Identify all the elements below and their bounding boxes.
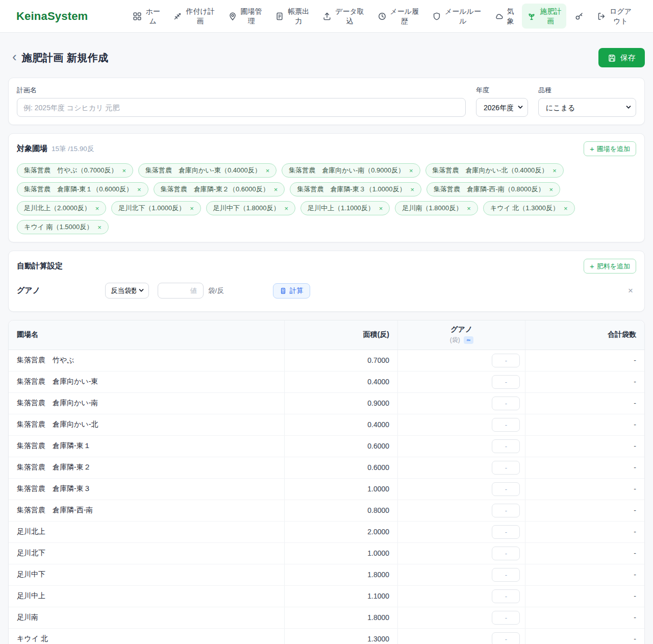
field-chip: 足川北下（1.0000反） × bbox=[111, 201, 200, 215]
nav-item-data-import[interactable]: データ取 込 bbox=[317, 4, 369, 29]
chip-remove-icon[interactable]: × bbox=[122, 167, 126, 175]
nav-item-key[interactable] bbox=[569, 9, 589, 24]
chip-remove-icon[interactable]: × bbox=[549, 186, 553, 193]
guano-bags-input[interactable] bbox=[492, 611, 520, 625]
nav-item-label: 帳票出 力 bbox=[288, 7, 309, 26]
fields-table-card: 圃場名 面積(反) グアノ (袋) ≃ 合計袋数 集落営農 竹やぶ 0.7000 bbox=[8, 320, 645, 644]
chip-remove-icon[interactable]: × bbox=[379, 205, 383, 212]
field-chip: 集落営農 倉庫向かい-北（0.4000反） × bbox=[425, 163, 564, 178]
chip-remove-icon[interactable]: × bbox=[409, 167, 413, 175]
guano-bags-input[interactable] bbox=[492, 504, 520, 517]
chip-remove-icon[interactable]: × bbox=[274, 186, 278, 193]
guano-bags-input[interactable] bbox=[492, 482, 520, 496]
field-name-cell: 集落営農 倉庫隣-東１ bbox=[9, 435, 285, 457]
table-body: 集落営農 竹やぶ 0.7000 - 集落営農 倉庫向かい-東 0.4000 - bbox=[9, 350, 644, 644]
chip-remove-icon[interactable]: × bbox=[552, 167, 557, 175]
chip-remove-icon[interactable]: × bbox=[97, 224, 102, 231]
calculator-icon bbox=[280, 287, 287, 294]
chip-remove-icon[interactable]: × bbox=[137, 186, 141, 193]
guano-bags-input[interactable] bbox=[492, 418, 520, 432]
year-select[interactable]: 2026年度 bbox=[476, 98, 528, 117]
target-fields-card: 対象圃場 15筆 /15.90反 + 圃場を追加 集落営農 竹やぶ（0.7000… bbox=[8, 133, 645, 242]
guano-cell bbox=[398, 500, 525, 521]
field-chip-label: 集落営農 倉庫向かい-北（0.4000反） bbox=[433, 166, 548, 175]
key-icon bbox=[574, 12, 584, 21]
guano-bags-input[interactable] bbox=[492, 439, 520, 453]
guano-bags-input[interactable] bbox=[492, 354, 520, 367]
add-field-button[interactable]: + 圃場を追加 bbox=[584, 141, 636, 156]
table-row: 集落営農 倉庫向かい-北 0.4000 - bbox=[9, 414, 644, 435]
nav-item-planting-plan[interactable]: 作付け計 画 bbox=[168, 4, 219, 29]
save-button-label: 保存 bbox=[620, 53, 636, 63]
guano-bags-input[interactable] bbox=[492, 397, 520, 410]
chip-remove-icon[interactable]: × bbox=[564, 205, 568, 212]
nav-item-mail-history[interactable]: メール履 歴 bbox=[372, 4, 424, 29]
field-name-cell: 集落営農 倉庫向かい-南 bbox=[9, 392, 285, 414]
calculate-button[interactable]: 計算 bbox=[273, 283, 310, 299]
field-chip-label: 足川南（1.8000反） bbox=[402, 204, 462, 213]
calc-mode-select[interactable]: 反当袋数 bbox=[105, 283, 149, 299]
approx-rounding-badge[interactable]: ≃ bbox=[464, 336, 473, 344]
brand-logo[interactable]: KeinaSystem bbox=[16, 10, 88, 23]
chip-remove-icon[interactable]: × bbox=[284, 205, 288, 212]
field-area-cell: 1.8000 bbox=[285, 564, 398, 585]
nav-item-label: メールルー ル bbox=[445, 7, 481, 26]
nav-item-home[interactable]: ホー ム bbox=[128, 4, 165, 29]
field-name-cell: 集落営農 倉庫隣-西-南 bbox=[9, 500, 285, 521]
guano-bags-input[interactable] bbox=[492, 375, 520, 389]
back-chevron-icon[interactable]: ‹ bbox=[8, 50, 22, 65]
row-total-cell: - bbox=[525, 628, 644, 644]
nav-item-fertilization-plan[interactable]: 施肥計 画 bbox=[522, 4, 566, 29]
row-total-cell: - bbox=[525, 521, 644, 542]
field-area-cell: 1.8000 bbox=[285, 607, 398, 628]
nav-item-label: 施肥計 画 bbox=[540, 7, 561, 26]
field-area-cell: 2.0000 bbox=[285, 521, 398, 542]
header-guano-unit: (袋) bbox=[450, 336, 460, 344]
field-name-cell: 集落営農 倉庫向かい-東 bbox=[9, 371, 285, 392]
chip-remove-icon[interactable]: × bbox=[190, 205, 194, 212]
guano-bags-input[interactable] bbox=[492, 547, 520, 560]
field-area-cell: 1.1000 bbox=[285, 585, 398, 607]
variety-select[interactable]: にこまる bbox=[538, 98, 636, 117]
guano-bags-input[interactable] bbox=[492, 568, 520, 582]
nav-item-report-output[interactable]: 帳票出 力 bbox=[270, 4, 314, 29]
field-area-cell: 0.4000 bbox=[285, 414, 398, 435]
row-total-cell: - bbox=[525, 607, 644, 628]
table-row: 集落営農 竹やぶ 0.7000 - bbox=[9, 350, 644, 371]
table-row: 集落営農 倉庫隣-東３ 1.0000 - bbox=[9, 478, 644, 500]
field-chip-label: 集落営農 倉庫隣-東３（1.0000反） bbox=[297, 185, 406, 194]
table-row: 集落営農 倉庫向かい-南 0.9000 - bbox=[9, 392, 644, 414]
chip-remove-icon[interactable]: × bbox=[410, 186, 414, 193]
table-row: キウイ 北 1.3000 - bbox=[9, 628, 644, 644]
guano-bags-input[interactable] bbox=[492, 589, 520, 603]
chip-remove-icon[interactable]: × bbox=[467, 205, 471, 212]
chip-remove-icon[interactable]: × bbox=[95, 205, 99, 212]
field-chip: 集落営農 倉庫隣-東２（0.6000反） × bbox=[154, 182, 285, 196]
plan-name-input[interactable] bbox=[17, 98, 466, 117]
remove-fertilizer-icon[interactable]: × bbox=[625, 286, 636, 296]
guano-cell bbox=[398, 392, 525, 414]
field-chip-label: 集落営農 竹やぶ（0.7000反） bbox=[24, 166, 117, 175]
guano-cell bbox=[398, 457, 525, 478]
nav-item-weather[interactable]: 気 象 bbox=[489, 4, 519, 29]
field-chip-label: 集落営農 倉庫隣-東２（0.6000反） bbox=[161, 185, 269, 194]
add-fertilizer-button[interactable]: + 肥料を追加 bbox=[584, 259, 636, 274]
fields-table: 圃場名 面積(反) グアノ (袋) ≃ 合計袋数 集落営農 竹やぶ 0.7000 bbox=[9, 320, 644, 644]
field-chip: 足川中下（1.8000反） × bbox=[206, 201, 295, 215]
nav-item-field-management[interactable]: 圃場管 理 bbox=[223, 4, 267, 29]
chip-remove-icon[interactable]: × bbox=[266, 167, 270, 175]
cloud-icon bbox=[494, 12, 504, 21]
nav-item-mail-rules[interactable]: メールルー ル bbox=[427, 4, 486, 29]
row-total-cell: - bbox=[525, 564, 644, 585]
guano-bags-input[interactable] bbox=[492, 632, 520, 644]
row-total-cell: - bbox=[525, 542, 644, 564]
add-field-button-label: 圃場を追加 bbox=[597, 144, 630, 154]
nav-item-logout[interactable]: ログア ウト bbox=[592, 4, 637, 29]
guano-bags-input[interactable] bbox=[492, 525, 520, 539]
field-chip-label: 足川北下（1.0000反） bbox=[118, 204, 185, 213]
fertilizer-row: グアノ 反当袋数 袋/反 計算 × bbox=[17, 283, 636, 304]
guano-bags-input[interactable] bbox=[492, 461, 520, 475]
save-button[interactable]: 保存 bbox=[598, 48, 645, 67]
calc-value-input[interactable] bbox=[158, 283, 204, 299]
field-chip: 集落営農 倉庫向かい-東（0.4000反） × bbox=[138, 163, 277, 178]
